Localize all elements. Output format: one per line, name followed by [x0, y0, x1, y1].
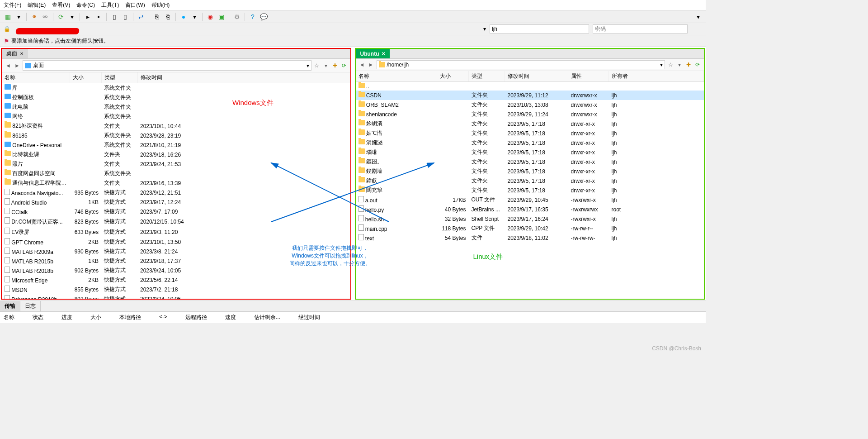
fav-dd-icon[interactable]: ▾ — [322, 62, 330, 69]
back-icon[interactable]: ◄ — [359, 61, 366, 68]
play-icon[interactable]: ▸ — [84, 13, 92, 21]
col-header[interactable]: 属性 — [568, 71, 609, 82]
fwd-icon[interactable]: ► — [14, 62, 21, 69]
table-row[interactable]: .. — [356, 82, 704, 91]
table-row[interactable]: 控制面板系统文件夹 — [2, 93, 350, 102]
table-row[interactable]: hello.py40 BytesJetBrains ...2023/9/17, … — [356, 205, 704, 214]
menu-item[interactable]: 查看(V) — [52, 1, 70, 9]
table-row[interactable]: Polyspace R2018b892 Bytes快捷方式2023/9/24, … — [2, 294, 350, 299]
copy-icon[interactable]: ⎘ — [153, 13, 161, 21]
table-row[interactable]: 网络系统文件夹 — [2, 112, 350, 121]
col-header[interactable]: 大小 — [437, 71, 469, 82]
pass-field[interactable] — [593, 24, 688, 33]
table-row[interactable]: 鍏叡文件夹2023/9/5, 17:18drwxr-xr-xljh — [356, 176, 704, 186]
unlink-icon[interactable]: ⚮ — [41, 13, 49, 21]
table-row[interactable]: GPT Chrome2KB快捷方式2023/10/1, 13:50 — [2, 237, 350, 247]
newf-icon[interactable]: ✚ — [331, 62, 339, 69]
refresh-icon[interactable]: ⟳ — [340, 62, 348, 69]
chat-icon[interactable]: 💬 — [259, 13, 268, 21]
dropdown-icon[interactable]: ▾ — [14, 13, 23, 21]
remote-list[interactable]: 名称大小类型修改时间属性所有者 .. CSDN文件夹2023/9/29, 11:… — [356, 71, 704, 299]
table-row[interactable]: 库系统文件夹 — [2, 83, 350, 93]
table-row[interactable]: main.cpp118 BytesCPP 文件2023/9/29, 10:42-… — [356, 224, 704, 233]
table-row[interactable]: 此电脑系统文件夹 — [2, 102, 350, 112]
chevron-down-icon[interactable]: ▾ — [307, 62, 309, 69]
chevron-down-icon[interactable]: ▾ — [483, 26, 486, 32]
green-icon[interactable]: ▣ — [217, 13, 225, 21]
table-row[interactable]: Microsoft Edge2KB快捷方式2023/5/6, 22:14 — [2, 275, 350, 285]
table-row[interactable]: MATLAB R2018b902 Bytes快捷方式2023/9/24, 10:… — [2, 266, 350, 275]
table-row[interactable]: 瑙嗛文件夹2023/9/5, 17:18drwxr-xr-xljh — [356, 148, 704, 157]
tab-transfer[interactable]: 传输 — [0, 301, 20, 311]
refresh-icon[interactable]: ⟳ — [694, 61, 701, 68]
table-row[interactable]: Android Studio1KB快捷方式2023/9/17, 12:24 — [2, 197, 350, 207]
menu-item[interactable]: 命令(C) — [76, 1, 95, 9]
menu-item[interactable]: 编辑(E) — [28, 1, 46, 9]
table-row[interactable]: 妯℃澘文件夹2023/9/5, 17:18drwxr-xr-xljh — [356, 129, 704, 138]
table-row[interactable]: 百度网盘同步空间系统文件夹 — [2, 169, 350, 178]
user-field[interactable] — [490, 24, 589, 33]
table-row[interactable]: OneDrive - Personal系统文件夹2021/8/10, 21:19 — [2, 140, 350, 150]
local-tab[interactable]: 桌面✕ — [2, 49, 28, 58]
table-row[interactable]: CCtalk746 Bytes快捷方式2023/9/7, 17:09 — [2, 207, 350, 216]
col-header[interactable]: 所有者 — [609, 71, 704, 82]
tab-log[interactable]: 日志 — [20, 301, 41, 311]
table-row[interactable]: 鍥剧墖文件夹2023/9/5, 17:18drwxr-xr-xljh — [356, 167, 704, 176]
col-header[interactable]: 名称 — [356, 71, 437, 82]
help-icon[interactable]: ? — [249, 13, 257, 21]
table-row[interactable]: 照片文件夹2023/9/24, 21:53 — [2, 159, 350, 169]
fwd-icon[interactable]: ► — [368, 61, 375, 68]
menu-item[interactable]: 工具(T) — [101, 1, 119, 9]
local-path[interactable]: 桌面 ▾ — [23, 60, 311, 71]
gear-icon[interactable]: ⚙ — [233, 13, 241, 21]
col-header[interactable]: 类型 — [469, 71, 505, 82]
doc-icon[interactable]: ▯ — [110, 13, 118, 21]
fav-dd-icon[interactable]: ▾ — [676, 61, 683, 68]
table-row[interactable]: MATLAB R2015b1KB快捷方式2023/9/18, 17:37 — [2, 256, 350, 266]
paste-icon[interactable]: ⎗ — [164, 13, 172, 21]
star-icon[interactable]: ☆ — [667, 61, 674, 68]
chevron-down-icon[interactable]: ▾ — [660, 62, 663, 68]
table-row[interactable]: 比特就业课文件夹2023/9/18, 16:26 — [2, 150, 350, 159]
close-icon[interactable]: ✕ — [382, 51, 385, 56]
table-row[interactable]: shenlancode文件夹2023/9/29, 11:24drwxrwxr-x… — [356, 110, 704, 119]
table-row[interactable]: MSDN855 Bytes快捷方式2023/7/2, 21:18 — [2, 285, 350, 294]
sync-icon[interactable]: ⇄ — [137, 13, 145, 21]
col-header[interactable]: 修改时间 — [137, 72, 350, 83]
table-row[interactable]: Dr.COM宽带认证客...823 Bytes快捷方式2020/12/15, 1… — [2, 216, 350, 227]
table-row[interactable]: 闊充箰文件夹2023/9/5, 17:18drwxr-xr-xljh — [356, 186, 704, 195]
table-row[interactable]: 通信与信息工程学院-...文件夹2023/9/16, 13:39 — [2, 178, 350, 188]
close-icon[interactable]: ✕ — [20, 51, 24, 56]
remote-tab[interactable]: Ubuntu✕ — [356, 49, 390, 58]
new-icon[interactable]: ▦ — [4, 13, 12, 21]
menu-item[interactable]: 窗口(W) — [125, 1, 145, 9]
newf-icon[interactable]: ✚ — [685, 61, 692, 68]
red-icon[interactable]: ◉ — [206, 13, 214, 21]
menu-item[interactable]: 帮助(H) — [151, 1, 170, 9]
table-row[interactable]: EV录屏633 Bytes快捷方式2023/9/3, 11:20 — [2, 227, 350, 237]
table-row[interactable]: MATLAB R2009a930 Bytes快捷方式2023/3/8, 21:2… — [2, 247, 350, 256]
star-icon[interactable]: ☆ — [313, 62, 321, 69]
back-icon[interactable]: ◄ — [5, 62, 12, 69]
table-row[interactable]: 涓嬭浇文件夹2023/9/5, 17:18drwxr-xr-xljh — [356, 138, 704, 148]
menu-item[interactable]: 文件(F) — [4, 1, 21, 9]
local-list[interactable]: 名称大小类型修改时间 库系统文件夹 控制面板系统文件夹 此电脑系统文件夹 网络系… — [2, 72, 350, 299]
remote-path[interactable]: /home/ljh ▾ — [377, 60, 665, 69]
doc2-icon[interactable]: ▯ — [121, 13, 129, 21]
col-header[interactable]: 类型 — [101, 72, 137, 83]
table-row[interactable]: 妗岄潰文件夹2023/9/5, 17:18drwxr-xr-xljh — [356, 119, 704, 129]
table-row[interactable]: ORB_SLAM2文件夹2023/10/3, 13:08drwxrwxr-xlj… — [356, 100, 704, 110]
dropdown2-icon[interactable]: ▾ — [68, 13, 76, 21]
link-icon[interactable]: ⚭ — [30, 13, 38, 21]
table-row[interactable]: CSDN文件夹2023/9/29, 11:12drwxrwxr-xljh — [356, 91, 704, 100]
col-header[interactable]: 名称 — [2, 72, 70, 83]
table-row[interactable]: Anaconda Navigato...935 Bytes快捷方式2023/9/… — [2, 188, 350, 197]
refresh-icon[interactable]: ⟳ — [57, 13, 65, 21]
table-row[interactable]: text54 Bytes文件2023/9/18, 11:02-rw-rw-rw-… — [356, 233, 704, 243]
globe-icon[interactable]: ● — [179, 13, 188, 21]
col-header[interactable]: 修改时间 — [505, 71, 568, 82]
overflow-icon[interactable]: ▾ — [694, 13, 702, 21]
col-header[interactable]: 大小 — [70, 72, 101, 83]
stop-icon[interactable]: ▪ — [94, 13, 103, 21]
table-row[interactable]: 鏂囨。文件夹2023/9/5, 17:18drwxr-xr-xljh — [356, 157, 704, 167]
